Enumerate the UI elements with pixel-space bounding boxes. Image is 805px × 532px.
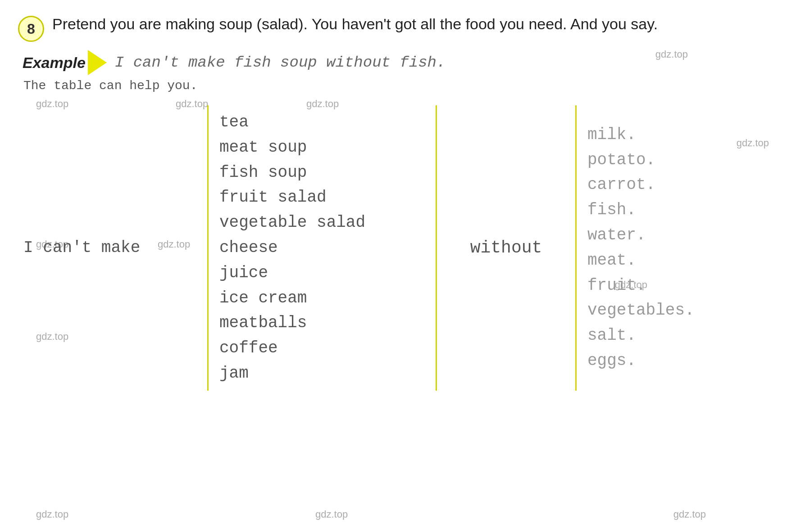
table-col-foods: tea meat soup fish soup fruit salad vege… [207,105,437,391]
ingredient-item: carrot. [587,172,757,198]
table-col-ingredients: milk. potato. carrot. fish. water. meat.… [577,105,766,391]
watermark: gdz.top [315,509,348,520]
example-section: Example I can't make fish soup without f… [23,50,787,75]
food-item: cheese [219,235,431,261]
cant-make-text: I can't make [23,239,198,257]
ingredient-item: fish. [587,198,757,223]
example-sentence: I can't make fish soup without fish. [115,54,446,71]
table-col-without: without [437,105,577,391]
food-item: vegetable salad [219,210,431,235]
food-item: coffee [219,336,431,361]
example-label: Example [23,54,86,72]
ingredient-item: milk. [587,122,757,148]
arrow-icon [88,50,107,75]
food-item: juice [219,261,431,286]
table-section: I can't make tea meat soup fish soup fru… [18,105,787,391]
food-item: fish soup [219,160,431,185]
ingredient-item: vegetables. [587,298,757,323]
helper-text: The table can help you. [23,79,787,93]
without-text: without [470,238,542,257]
ingredient-item: meat. [587,248,757,273]
food-item: meatballs [219,311,431,336]
food-item: jam [219,361,431,386]
exercise-number: 8 [18,16,44,42]
ingredient-item: eggs. [587,348,757,374]
watermark: gdz.top [36,509,68,520]
instruction-text: Pretend you are making soup (salad). You… [52,14,658,35]
watermark: gdz.top [673,509,706,520]
ingredient-item: potato. [587,148,757,173]
food-item: meat soup [219,135,431,160]
header-section: 8 Pretend you are making soup (salad). Y… [18,14,787,42]
ingredient-item: fruit. [587,273,757,298]
page: gdz.top gdz.top gdz.top gdz.top gdz.top … [0,0,805,532]
ingredient-item: salt. [587,323,757,348]
food-item: tea [219,110,431,135]
food-item: fruit salad [219,185,431,210]
ingredient-item: water. [587,223,757,248]
table-col-left: I can't make [18,105,207,391]
food-item: ice cream [219,286,431,311]
